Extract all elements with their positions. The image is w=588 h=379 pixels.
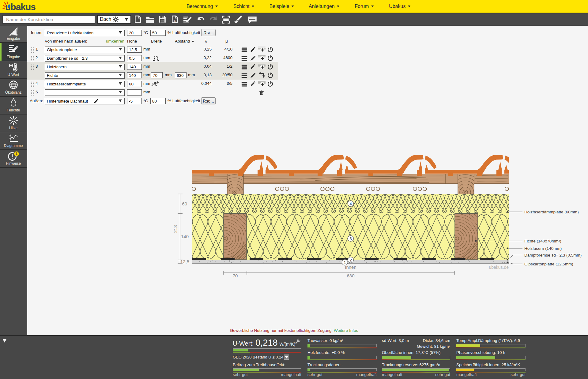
svg-text:Holzfaserdämmplatte (60mm): Holzfaserdämmplatte (60mm) (524, 210, 579, 214)
svg-text:630: 630 (347, 273, 354, 278)
svg-text:140: 140 (181, 234, 189, 239)
svg-text:4: 4 (349, 201, 352, 206)
svg-text:Dampfbremse sd= 2,3 (0,5mm): Dampfbremse sd= 2,3 (0,5mm) (524, 253, 582, 257)
svg-text:213: 213 (173, 225, 178, 233)
svg-text:Innen: Innen (345, 265, 356, 270)
svg-text:60: 60 (182, 201, 187, 206)
svg-text:2: 2 (349, 258, 352, 262)
svg-text:1: 1 (15, 152, 17, 156)
svg-text:ubakus.de: ubakus.de (489, 265, 509, 270)
svg-text:70: 70 (233, 273, 238, 278)
svg-text:a: a (174, 19, 176, 22)
svg-text:Gipskartonplatte (12,5mm): Gipskartonplatte (12,5mm) (524, 262, 573, 266)
svg-text:Holzfasern (140mm): Holzfasern (140mm) (524, 246, 562, 251)
svg-text:1: 1 (344, 260, 346, 265)
svg-text:12,5: 12,5 (180, 259, 189, 264)
svg-text:Fichte (140x70mm²): Fichte (140x70mm²) (524, 239, 561, 243)
svg-text:3: 3 (349, 236, 352, 241)
